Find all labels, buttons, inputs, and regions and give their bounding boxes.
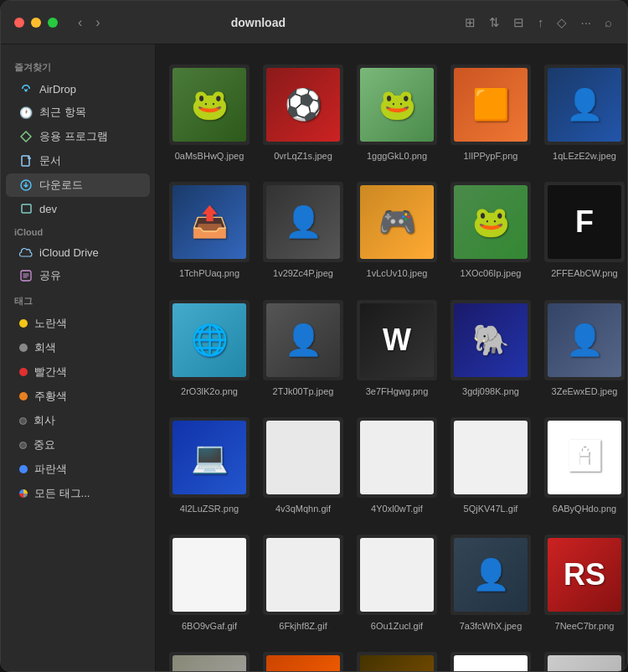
traffic-lights	[14, 18, 58, 28]
minimize-button[interactable]	[31, 18, 41, 28]
file-thumbnail: W	[357, 300, 437, 380]
file-item[interactable]: 🅰6AByQHdo.png	[541, 411, 627, 521]
file-thumb-inner: 👤	[548, 303, 621, 377]
file-thumb-inner: 🎮	[360, 185, 434, 259]
file-item[interactable]: 👤3ZeEwxED.jpeg	[541, 293, 627, 404]
sidebar-item-dev[interactable]: dev	[6, 198, 150, 220]
file-item[interactable]: 🎮8dwqMaHH.jpeg	[353, 645, 440, 671]
file-item[interactable]: 4v3qMqhn.gif	[260, 411, 347, 521]
files-grid: 🐸0aMsBHwQ.jpeg⚽0vrLqZ1s.jpeg🐸1gggGkL0.pn…	[166, 58, 617, 671]
file-item[interactable]: 🎮1vLcUv10.jpeg	[353, 175, 440, 286]
file-thumb-inner: 🐸	[454, 185, 528, 259]
share-icon[interactable]: ↑	[536, 13, 546, 31]
sidebar-item-apps[interactable]: 응용 프로그램	[6, 125, 150, 148]
sidebar-item-tag-blue[interactable]: 파란색	[6, 457, 150, 481]
more-icon[interactable]: ···	[579, 13, 593, 31]
file-thumb-inner: 🎮	[360, 655, 434, 671]
file-thumb-inner: W	[360, 303, 434, 377]
file-thumbnail	[357, 417, 437, 498]
file-item[interactable]: W3e7FHgwg.png	[353, 293, 440, 404]
file-name: 3e7FHgwg.png	[366, 385, 429, 397]
file-thumb-inner: 💻	[172, 421, 246, 494]
sidebar-item-tag-yellow[interactable]: 노란색	[6, 312, 150, 335]
file-item[interactable]: 👤7a3fcWhX.jpeg	[447, 528, 534, 638]
file-thumbnail: 🐘	[450, 300, 531, 380]
tag-dot-blue	[19, 465, 28, 473]
file-browser: 🐸0aMsBHwQ.jpeg⚽0vrLqZ1s.jpeg🐸1gggGkL0.pn…	[156, 44, 627, 671]
file-thumb-inner	[360, 421, 434, 494]
file-item[interactable]: 4Y0xl0wT.gif	[353, 411, 440, 521]
file-item[interactable]: 👤1qLEzE2w.jpeg	[541, 58, 627, 168]
tag-icon[interactable]: ◇	[555, 13, 569, 32]
sidebar-item-tag-important[interactable]: 중요	[6, 433, 150, 457]
file-name: 3ZeEwxED.jpeg	[552, 385, 618, 397]
tag-dot-orange	[19, 392, 28, 401]
file-item[interactable]: RS7NeeC7br.png	[541, 528, 627, 638]
sidebar-item-recents[interactable]: 🕐 최근 항목	[6, 101, 150, 124]
view-grid-icon[interactable]: ⊞	[463, 13, 477, 32]
sidebar-item-docs[interactable]: 문서	[6, 149, 150, 173]
file-item[interactable]: 6Ou1Zucl.gif	[353, 528, 440, 638]
finder-window: ‹ › download ⊞ ⇅ ⊟ ↑ ◇ ··· ⌕ 즐겨찾기	[0, 0, 628, 672]
favorites-label: 즐겨찾기	[1, 54, 155, 77]
sidebar-item-all-tags[interactable]: 모든 태그...	[6, 482, 150, 505]
file-thumb-inner	[266, 421, 340, 494]
file-item[interactable]: 👤1v29Zc4P.jpeg	[260, 175, 347, 286]
tag-dot-gray	[19, 344, 28, 352]
file-thumbnail: ⚽	[263, 65, 343, 145]
file-name: 3gdj098K.png	[462, 385, 519, 397]
file-item[interactable]: 💻4l2LuZSR.png	[166, 411, 253, 521]
tag-important-label: 중요	[33, 437, 55, 452]
sidebar-item-icloud-drive[interactable]: iCloud Drive	[6, 241, 150, 263]
apps-label: 응용 프로그램	[39, 129, 108, 144]
file-item[interactable]: 🐂7PuDbeC5.png	[166, 645, 253, 671]
file-item[interactable]: 6Fkjhf8Z.gif	[260, 528, 347, 638]
file-item[interactable]: 6BO9vGaf.gif	[166, 528, 253, 638]
file-item[interactable]: 99frCmUaL.gif	[541, 645, 627, 671]
close-button[interactable]	[14, 18, 24, 28]
sidebar-item-tag-orange[interactable]: 주황색	[6, 385, 150, 408]
sidebar-item-tag-red[interactable]: 빨간색	[6, 360, 150, 384]
file-name: 1TchPUaq.png	[179, 267, 239, 279]
tag-dot-important	[19, 442, 27, 449]
tag-gray-label: 회색	[34, 340, 56, 355]
search-icon[interactable]: ⌕	[603, 13, 614, 31]
group-icon[interactable]: ⊟	[512, 13, 526, 32]
file-item[interactable]: F2FFEAbCW.png	[541, 175, 627, 286]
dev-icon	[19, 202, 33, 215]
file-thumb-inner	[454, 421, 528, 494]
all-tags-label: 모든 태그...	[34, 486, 90, 501]
file-thumbnail	[169, 535, 250, 615]
file-thumb-inner: 🐂	[172, 655, 246, 671]
file-thumb-inner: 👤	[266, 185, 340, 259]
sidebar-item-tag-company[interactable]: 회사	[6, 409, 150, 432]
file-item[interactable]: 🟧1lIPPypF.png	[447, 58, 534, 168]
file-item[interactable]: 📤1TchPUaq.png	[166, 175, 253, 286]
file-item[interactable]: 🌐2rO3lK2o.png	[166, 293, 253, 404]
tag-dot-red	[19, 368, 28, 376]
file-item[interactable]: 🐘3gdj098K.png	[447, 293, 534, 404]
file-item[interactable]: 🐸1XOc06Ip.jpeg	[447, 175, 534, 286]
file-item[interactable]: 5QjKV47L.gif	[447, 411, 534, 521]
sidebar-item-shared[interactable]: 공유	[6, 264, 150, 287]
download-icon	[19, 178, 33, 192]
view-options-icon[interactable]: ⇅	[487, 13, 502, 32]
file-name: 1qLEzE2w.jpeg	[553, 150, 616, 162]
shared-label: 공유	[39, 268, 61, 283]
tag-blue-label: 파란색	[34, 462, 67, 477]
file-thumb-inner: 🅰	[454, 655, 528, 671]
file-item[interactable]: 👤2TJk00Tp.jpeg	[260, 293, 347, 404]
sidebar-item-tag-gray[interactable]: 회색	[6, 336, 150, 359]
file-item[interactable]: ⚽0vrLqZ1s.jpeg	[260, 58, 347, 168]
file-item[interactable]: 🐸0aMsBHwQ.jpeg	[166, 58, 253, 168]
file-thumbnail	[357, 535, 437, 615]
file-item[interactable]: 🅰8o6b2fEQ.png	[447, 645, 534, 671]
dev-label: dev	[39, 203, 57, 215]
fullscreen-button[interactable]	[48, 18, 58, 28]
sidebar-item-downloads[interactable]: 다운로드	[6, 173, 150, 197]
file-thumbnail: 🎮	[357, 182, 437, 262]
tag-orange-label: 주황색	[34, 389, 67, 404]
sidebar-item-airdrop[interactable]: AirDrop	[6, 78, 150, 100]
file-item[interactable]: 🐸1gggGkL0.png	[353, 58, 440, 168]
file-item[interactable]: 🔴7PYJnYcD.png	[260, 645, 347, 671]
